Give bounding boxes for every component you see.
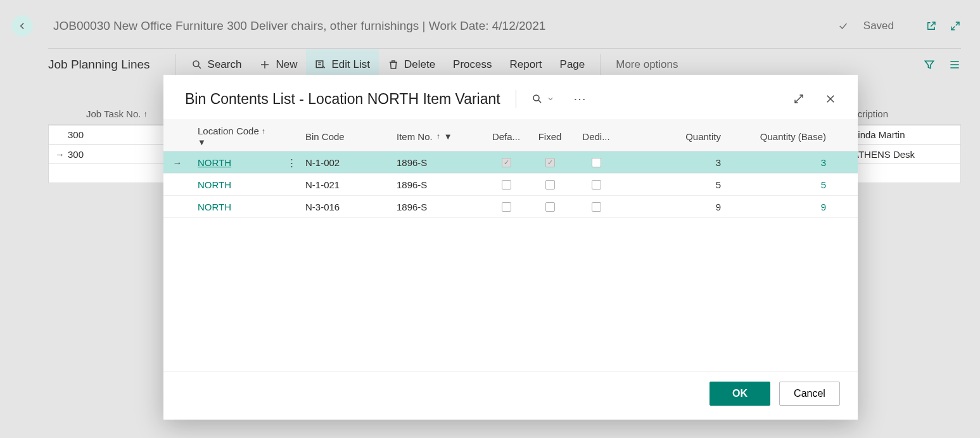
fixed-checkbox[interactable] <box>545 180 555 190</box>
svg-point-0 <box>193 61 199 67</box>
row-menu-icon[interactable]: ⋮ <box>287 157 296 169</box>
default-checkbox[interactable] <box>502 180 511 190</box>
list-layout-icon[interactable] <box>948 58 961 71</box>
divider <box>600 54 601 75</box>
current-row-arrow-icon: → <box>55 149 68 160</box>
dedicated-checkbox[interactable] <box>592 202 601 212</box>
column-header-default[interactable]: Defa... <box>485 126 527 147</box>
column-header-quantity-base[interactable]: Quantity (Base) <box>727 126 832 147</box>
page-title: JOB00030 New Office Furniture 300 Delive… <box>42 19 829 33</box>
cancel-button[interactable]: Cancel <box>779 382 840 406</box>
bin-row[interactable]: →NORTH⋮N-1-0021896-S33 <box>163 151 858 174</box>
item-no-cell: 1896-S <box>390 202 485 212</box>
fixed-checkbox[interactable] <box>545 158 555 167</box>
current-row-arrow-icon: → <box>173 157 182 168</box>
default-checkbox[interactable] <box>502 158 511 167</box>
bin-row[interactable]: NORTHN-3-0161896-S99 <box>163 196 858 218</box>
column-header-location[interactable]: Location Code↑ ▼ <box>191 126 299 147</box>
app-header: JOB00030 New Office Furniture 300 Delive… <box>0 0 980 43</box>
check-icon <box>838 21 848 31</box>
search-icon <box>531 93 543 105</box>
bin-code-cell: N-1-002 <box>299 157 390 168</box>
column-header-item[interactable]: Item No. ↑ ▼ <box>390 126 485 147</box>
filter-icon[interactable]: ▼ <box>198 138 206 147</box>
divider <box>516 90 516 108</box>
divider <box>175 54 176 75</box>
new-label: New <box>276 58 297 71</box>
sort-asc-icon: ↑ <box>262 127 265 136</box>
close-icon[interactable] <box>825 93 836 105</box>
edit-list-label: Edit List <box>331 58 369 71</box>
arrow-left-icon <box>16 20 28 32</box>
quantity-cell: 3 <box>620 157 727 168</box>
column-header-fixed[interactable]: Fixed <box>527 126 573 147</box>
quantity-cell: 5 <box>620 179 727 190</box>
modal-grid-header: Location Code↑ ▼ Bin Code Item No. ↑ ▼ D… <box>163 119 858 151</box>
edit-list-icon <box>315 59 326 70</box>
sort-asc-icon: ↑ <box>436 132 440 141</box>
column-header-quantity[interactable]: Quantity <box>620 126 727 147</box>
trash-icon <box>388 59 399 70</box>
quantity-base-cell[interactable]: 3 <box>727 157 832 168</box>
default-checkbox[interactable] <box>502 202 511 212</box>
location-link[interactable]: NORTH <box>198 202 231 212</box>
section-title: Job Planning Lines <box>48 49 169 81</box>
task-cell: 300 <box>68 129 163 140</box>
ok-button[interactable]: OK <box>710 382 770 406</box>
location-link[interactable]: NORTH <box>198 179 231 190</box>
dedicated-checkbox[interactable] <box>592 158 601 167</box>
chevron-down-icon <box>547 95 554 103</box>
column-header-bin[interactable]: Bin Code <box>299 126 390 147</box>
column-header-dedicated[interactable]: Dedi... <box>573 126 620 147</box>
fixed-checkbox[interactable] <box>545 202 555 212</box>
filter-pane-icon[interactable] <box>923 58 936 71</box>
modal-header: Bin Contents List - Location NORTH Item … <box>163 75 858 119</box>
collapse-icon[interactable] <box>950 20 961 32</box>
modal-more-actions[interactable]: ⋯ <box>573 91 586 106</box>
saved-status-area: Saved <box>838 20 961 32</box>
item-no-cell: 1896-S <box>390 157 485 168</box>
dedicated-checkbox[interactable] <box>592 180 601 190</box>
task-cell: 300 <box>68 149 163 160</box>
modal-footer: OK Cancel <box>163 371 858 420</box>
bin-code-cell: N-1-021 <box>299 179 390 190</box>
location-link[interactable]: NORTH <box>198 157 231 168</box>
saved-label: Saved <box>863 20 894 32</box>
quantity-cell: 9 <box>620 202 727 212</box>
bin-contents-modal: Bin Contents List - Location NORTH Item … <box>163 75 858 420</box>
plus-icon <box>259 59 270 70</box>
expand-icon[interactable] <box>793 93 805 105</box>
filter-icon[interactable]: ▼ <box>444 132 452 141</box>
quantity-base-cell[interactable]: 9 <box>727 202 832 212</box>
modal-grid-body: →NORTH⋮N-1-0021896-S33NORTHN-1-0211896-S… <box>163 151 858 371</box>
search-icon <box>191 59 203 70</box>
back-button[interactable] <box>11 15 33 37</box>
desc-cell: ATHENS Desk <box>853 149 954 160</box>
modal-search-dropdown[interactable] <box>531 93 554 105</box>
svg-point-2 <box>533 95 539 101</box>
popout-icon[interactable] <box>926 20 937 32</box>
item-no-cell: 1896-S <box>390 179 485 190</box>
desc-cell: Linda Martin <box>853 129 954 140</box>
sort-asc-icon: ↑ <box>143 110 147 119</box>
search-label: Search <box>208 58 242 71</box>
bin-code-cell: N-3-016 <box>299 202 390 212</box>
bin-row[interactable]: NORTHN-1-0211896-S55 <box>163 174 858 196</box>
modal-title: Bin Contents List - Location NORTH Item … <box>185 91 500 108</box>
quantity-base-cell[interactable]: 5 <box>727 179 832 190</box>
delete-label: Delete <box>404 58 435 71</box>
